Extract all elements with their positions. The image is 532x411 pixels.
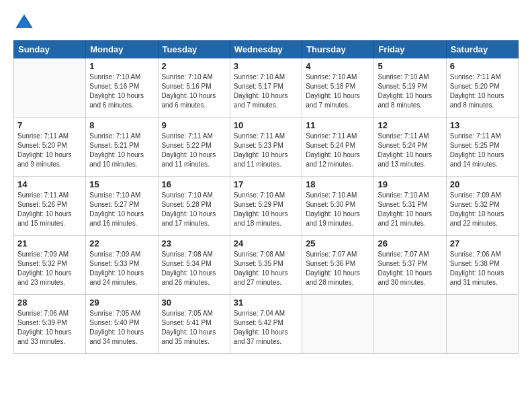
day-info: Sunrise: 7:05 AM Sunset: 5:40 PM Dayligh…: [89, 309, 154, 347]
day-info: Sunrise: 7:11 AM Sunset: 5:24 PM Dayligh…: [306, 132, 370, 169]
day-number: 6: [450, 61, 515, 71]
week-row-4: 21Sunrise: 7:09 AM Sunset: 5:32 PM Dayli…: [14, 236, 519, 295]
calendar-cell: 4Sunrise: 7:10 AM Sunset: 5:18 PM Daylig…: [302, 58, 374, 118]
day-info: Sunrise: 7:11 AM Sunset: 5:24 PM Dayligh…: [378, 132, 442, 169]
day-number: 29: [89, 298, 154, 308]
calendar-cell: 26Sunrise: 7:07 AM Sunset: 5:37 PM Dayli…: [374, 236, 446, 295]
day-header-saturday: Saturday: [446, 41, 518, 58]
week-row-3: 14Sunrise: 7:11 AM Sunset: 5:26 PM Dayli…: [14, 177, 519, 236]
day-number: 23: [162, 238, 226, 248]
day-info: Sunrise: 7:09 AM Sunset: 5:33 PM Dayligh…: [89, 250, 154, 287]
calendar-cell: 23Sunrise: 7:08 AM Sunset: 5:34 PM Dayli…: [158, 236, 230, 295]
day-info: Sunrise: 7:11 AM Sunset: 5:26 PM Dayligh…: [17, 191, 82, 228]
day-info: Sunrise: 7:10 AM Sunset: 5:27 PM Dayligh…: [89, 191, 154, 228]
day-number: 26: [378, 238, 442, 248]
day-info: Sunrise: 7:09 AM Sunset: 5:32 PM Dayligh…: [17, 250, 82, 287]
day-number: 14: [17, 179, 82, 189]
day-header-tuesday: Tuesday: [158, 41, 230, 58]
logo-icon: [13, 12, 35, 34]
week-row-1: 1Sunrise: 7:10 AM Sunset: 5:16 PM Daylig…: [14, 58, 519, 118]
day-info: Sunrise: 7:09 AM Sunset: 5:32 PM Dayligh…: [450, 191, 515, 228]
day-info: Sunrise: 7:06 AM Sunset: 5:38 PM Dayligh…: [450, 250, 515, 287]
day-number: 21: [17, 238, 82, 248]
day-header-sunday: Sunday: [14, 41, 86, 58]
day-info: Sunrise: 7:08 AM Sunset: 5:35 PM Dayligh…: [234, 250, 298, 287]
day-info: Sunrise: 7:10 AM Sunset: 5:28 PM Dayligh…: [162, 191, 226, 228]
day-number: 30: [162, 298, 226, 308]
calendar-cell: 19Sunrise: 7:10 AM Sunset: 5:31 PM Dayli…: [374, 177, 446, 236]
day-number: 22: [89, 238, 154, 248]
calendar-table: SundayMondayTuesdayWednesdayThursdayFrid…: [13, 40, 519, 354]
calendar-cell: 2Sunrise: 7:10 AM Sunset: 5:16 PM Daylig…: [158, 58, 230, 118]
day-info: Sunrise: 7:11 AM Sunset: 5:22 PM Dayligh…: [162, 132, 226, 169]
day-number: 4: [306, 61, 370, 71]
calendar-cell: 9Sunrise: 7:11 AM Sunset: 5:22 PM Daylig…: [158, 118, 230, 177]
day-number: 28: [17, 298, 82, 308]
day-number: 25: [306, 238, 370, 248]
calendar-cell: 22Sunrise: 7:09 AM Sunset: 5:33 PM Dayli…: [86, 236, 158, 295]
day-info: Sunrise: 7:07 AM Sunset: 5:37 PM Dayligh…: [378, 250, 442, 287]
calendar-cell: 14Sunrise: 7:11 AM Sunset: 5:26 PM Dayli…: [14, 177, 86, 236]
day-number: 17: [234, 179, 298, 189]
calendar-cell: 25Sunrise: 7:07 AM Sunset: 5:36 PM Dayli…: [302, 236, 374, 295]
day-info: Sunrise: 7:10 AM Sunset: 5:30 PM Dayligh…: [306, 191, 370, 228]
day-info: Sunrise: 7:10 AM Sunset: 5:19 PM Dayligh…: [378, 73, 442, 110]
calendar-cell: 1Sunrise: 7:10 AM Sunset: 5:16 PM Daylig…: [86, 58, 158, 118]
day-number: 20: [450, 179, 515, 189]
day-number: 5: [378, 61, 442, 71]
calendar-cell: 17Sunrise: 7:10 AM Sunset: 5:29 PM Dayli…: [230, 177, 302, 236]
calendar-cell: [374, 295, 446, 354]
day-number: 19: [378, 179, 442, 189]
calendar-cell: 30Sunrise: 7:05 AM Sunset: 5:41 PM Dayli…: [158, 295, 230, 354]
day-number: 7: [17, 120, 82, 130]
calendar-cell: 5Sunrise: 7:10 AM Sunset: 5:19 PM Daylig…: [374, 58, 446, 118]
calendar-cell: 7Sunrise: 7:11 AM Sunset: 5:20 PM Daylig…: [14, 118, 86, 177]
calendar-cell: 15Sunrise: 7:10 AM Sunset: 5:27 PM Dayli…: [86, 177, 158, 236]
day-info: Sunrise: 7:10 AM Sunset: 5:16 PM Dayligh…: [89, 73, 154, 110]
day-number: 15: [89, 179, 154, 189]
day-number: 18: [306, 179, 370, 189]
day-info: Sunrise: 7:08 AM Sunset: 5:34 PM Dayligh…: [162, 250, 226, 287]
day-info: Sunrise: 7:10 AM Sunset: 5:31 PM Dayligh…: [378, 191, 442, 228]
day-number: 24: [234, 238, 298, 248]
day-number: 31: [234, 298, 298, 308]
calendar-cell: 12Sunrise: 7:11 AM Sunset: 5:24 PM Dayli…: [374, 118, 446, 177]
calendar-cell: 18Sunrise: 7:10 AM Sunset: 5:30 PM Dayli…: [302, 177, 374, 236]
day-header-wednesday: Wednesday: [230, 41, 302, 58]
day-info: Sunrise: 7:10 AM Sunset: 5:17 PM Dayligh…: [234, 73, 298, 110]
calendar-cell: 27Sunrise: 7:06 AM Sunset: 5:38 PM Dayli…: [446, 236, 518, 295]
day-header-monday: Monday: [86, 41, 158, 58]
day-info: Sunrise: 7:05 AM Sunset: 5:41 PM Dayligh…: [162, 309, 226, 347]
calendar-cell: 29Sunrise: 7:05 AM Sunset: 5:40 PM Dayli…: [86, 295, 158, 354]
day-number: 9: [162, 120, 226, 130]
calendar-cell: [302, 295, 374, 354]
calendar-page: SundayMondayTuesdayWednesdayThursdayFrid…: [0, 0, 532, 411]
day-info: Sunrise: 7:06 AM Sunset: 5:39 PM Dayligh…: [17, 309, 82, 347]
day-number: 11: [306, 120, 370, 130]
calendar-cell: 6Sunrise: 7:11 AM Sunset: 5:20 PM Daylig…: [446, 58, 518, 118]
day-info: Sunrise: 7:11 AM Sunset: 5:20 PM Dayligh…: [17, 132, 82, 169]
day-info: Sunrise: 7:11 AM Sunset: 5:23 PM Dayligh…: [234, 132, 298, 169]
day-info: Sunrise: 7:07 AM Sunset: 5:36 PM Dayligh…: [306, 250, 370, 287]
calendar-cell: 3Sunrise: 7:10 AM Sunset: 5:17 PM Daylig…: [230, 58, 302, 118]
calendar-cell: 20Sunrise: 7:09 AM Sunset: 5:32 PM Dayli…: [446, 177, 518, 236]
day-number: 12: [378, 120, 442, 130]
header-row: SundayMondayTuesdayWednesdayThursdayFrid…: [14, 41, 519, 58]
day-number: 2: [162, 61, 226, 71]
day-info: Sunrise: 7:10 AM Sunset: 5:18 PM Dayligh…: [306, 73, 370, 110]
calendar-cell: 13Sunrise: 7:11 AM Sunset: 5:25 PM Dayli…: [446, 118, 518, 177]
calendar-cell: 10Sunrise: 7:11 AM Sunset: 5:23 PM Dayli…: [230, 118, 302, 177]
week-row-2: 7Sunrise: 7:11 AM Sunset: 5:20 PM Daylig…: [14, 118, 519, 177]
calendar-cell: 31Sunrise: 7:04 AM Sunset: 5:42 PM Dayli…: [230, 295, 302, 354]
day-number: 3: [234, 61, 298, 71]
calendar-cell: 21Sunrise: 7:09 AM Sunset: 5:32 PM Dayli…: [14, 236, 86, 295]
logo: [13, 12, 38, 34]
day-number: 10: [234, 120, 298, 130]
calendar-cell: 16Sunrise: 7:10 AM Sunset: 5:28 PM Dayli…: [158, 177, 230, 236]
day-number: 16: [162, 179, 226, 189]
day-number: 8: [89, 120, 154, 130]
day-info: Sunrise: 7:10 AM Sunset: 5:29 PM Dayligh…: [234, 191, 298, 228]
day-number: 13: [450, 120, 515, 130]
day-info: Sunrise: 7:11 AM Sunset: 5:25 PM Dayligh…: [450, 132, 515, 169]
day-header-friday: Friday: [374, 41, 446, 58]
